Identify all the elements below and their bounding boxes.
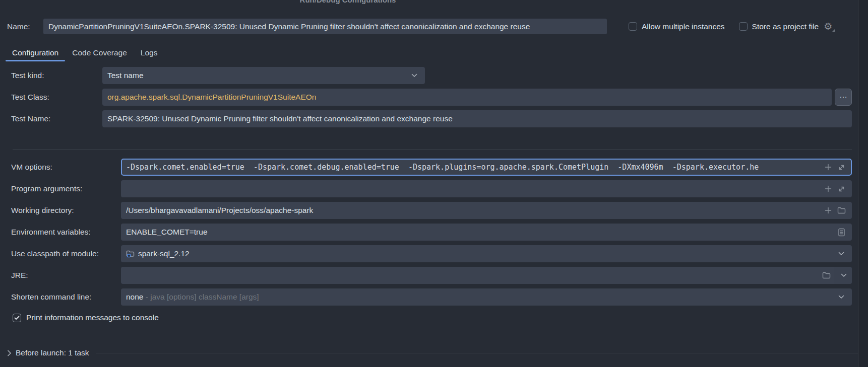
browse-test-class-button[interactable]: … (835, 89, 852, 106)
environment-variables-label: Environment variables: (0, 228, 121, 237)
chevron-right-icon[interactable] (7, 350, 12, 356)
classpath-module-row: Use classpath of module: spark-sql_2.12 (0, 245, 852, 262)
test-name-input[interactable]: SPARK-32509: Unused Dynamic Pruning filt… (102, 110, 852, 127)
program-arguments-label: Program arguments: (0, 184, 121, 193)
working-directory-input[interactable]: /Users/bhargavavadlamani/Projects/oss/ap… (121, 202, 852, 219)
tab-logs[interactable]: Logs (141, 44, 158, 61)
program-arguments-input[interactable] (121, 180, 852, 197)
jre-row: JRE: (0, 267, 852, 284)
tab-configuration[interactable]: Configuration (12, 44, 58, 61)
allow-multiple-instances-checkbox[interactable] (629, 22, 637, 31)
classpath-module-label: Use classpath of module: (0, 249, 121, 258)
test-kind-row: Test kind: Test name (0, 67, 852, 84)
folder-icon[interactable] (821, 270, 832, 281)
plus-icon[interactable] (823, 183, 834, 194)
test-class-label: Test Class: (0, 93, 102, 102)
program-arguments-row: Program arguments: (0, 180, 852, 197)
panel-bottom-border (0, 330, 858, 330)
before-launch-label: Before launch: 1 task (16, 348, 89, 357)
expand-icon[interactable] (836, 162, 847, 173)
chevron-down-icon[interactable] (409, 70, 420, 81)
vm-options-input[interactable]: -Dspark.comet.enabled=true -Dspark.comet… (121, 159, 852, 176)
test-class-row: Test Class: org.apache.spark.sql.Dynamic… (0, 89, 852, 106)
vm-options-row: VM options: -Dspark.comet.enabled=true -… (0, 159, 852, 176)
test-name-row: Test Name: SPARK-32509: Unused Dynamic P… (0, 110, 852, 127)
list-icon[interactable] (836, 227, 847, 238)
folder-icon[interactable] (836, 205, 847, 216)
test-kind-label: Test kind: (0, 71, 102, 80)
test-class-input[interactable]: org.apache.spark.sql.DynamicPartitionPru… (102, 89, 832, 106)
chevron-down-icon[interactable] (836, 291, 847, 303)
name-label: Name: (0, 22, 43, 31)
shorten-command-line-select[interactable]: none - java [options] className [args] (121, 288, 852, 306)
plus-icon[interactable] (823, 162, 834, 173)
expand-icon[interactable] (836, 183, 847, 194)
dialog-right-margin (858, 0, 868, 367)
chevron-down-icon[interactable] (836, 248, 847, 259)
test-kind-select[interactable]: Test name (102, 67, 425, 84)
before-launch-divider (96, 353, 858, 353)
environment-variables-row: Environment variables: ENABLE_COMET=true (0, 224, 852, 241)
tab-code-coverage[interactable]: Code Coverage (72, 44, 127, 61)
module-icon (126, 250, 135, 258)
chevron-down-icon[interactable] (835, 267, 852, 284)
jre-select[interactable] (121, 267, 852, 284)
vm-options-label: VM options: (0, 163, 121, 172)
store-as-project-file-label: Store as project file (752, 22, 819, 31)
print-info-checkbox[interactable] (13, 314, 21, 322)
name-row: Name: DynamicPartitionPruningV1SuiteAEOn… (0, 19, 858, 34)
print-info-label: Print information messages to console (26, 313, 159, 322)
environment-variables-input[interactable]: ENABLE_COMET=true (121, 224, 852, 241)
store-as-project-file-option[interactable]: Store as project file (739, 22, 819, 31)
store-as-project-file-checkbox[interactable] (739, 22, 748, 31)
section-separator (13, 149, 852, 150)
plus-icon[interactable] (823, 205, 834, 216)
dialog-title: Run/Debug Configurations (300, 0, 396, 4)
working-directory-row: Working directory: /Users/bhargavavadlam… (0, 202, 852, 219)
print-info-option[interactable]: Print information messages to console (13, 309, 159, 326)
jre-label: JRE: (0, 271, 121, 280)
run-debug-configurations-dialog: Run/Debug Configurations Name: DynamicPa… (0, 0, 868, 367)
shorten-command-line-row: Shorten command line: none - java [optio… (0, 288, 852, 306)
gear-icon[interactable]: ⚙ (824, 22, 832, 31)
allow-multiple-instances-label: Allow multiple instances (642, 22, 725, 31)
test-name-label: Test Name: (0, 114, 102, 123)
classpath-module-select[interactable]: spark-sql_2.12 (121, 245, 852, 262)
shorten-command-line-label: Shorten command line: (0, 292, 121, 302)
allow-multiple-instances-option[interactable]: Allow multiple instances (629, 22, 725, 31)
before-launch-section[interactable]: Before launch: 1 task (7, 344, 858, 361)
tab-bar: Configuration Code Coverage Logs (12, 44, 157, 61)
name-input[interactable]: DynamicPartitionPruningV1SuiteAEOn.SPARK… (43, 19, 607, 34)
working-directory-label: Working directory: (0, 206, 121, 215)
